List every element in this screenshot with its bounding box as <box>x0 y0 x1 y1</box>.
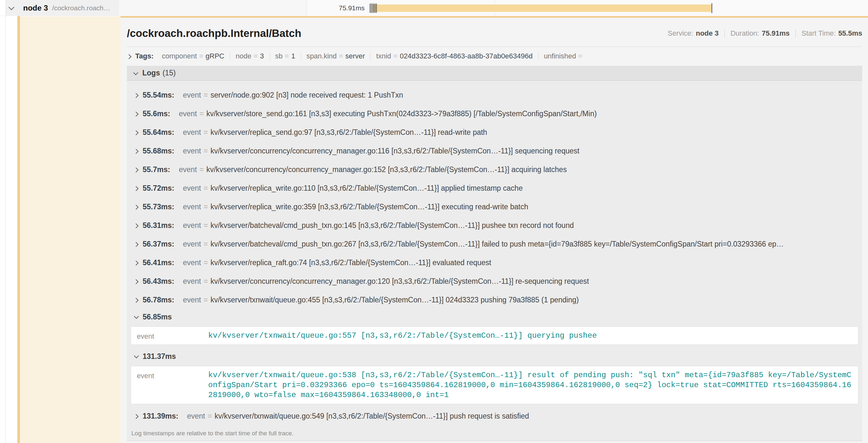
tag-separator <box>301 52 301 60</box>
span-detail-meta: Service:node 3 Duration:75.91ms Start Ti… <box>668 29 862 38</box>
log-marker <box>375 3 375 13</box>
log-field-value: kv/kvserver/store_send.go:161 [n3,s3] ex… <box>206 109 596 118</box>
log-field-key: event <box>183 203 201 211</box>
log-entry-expanded[interactable]: 131.37ms <box>127 349 862 364</box>
log-field-key: event <box>179 165 197 174</box>
tag-key: sb <box>275 52 283 60</box>
equals-sign: = <box>199 109 204 118</box>
log-message: event=kv/kvserver/replica_write.go:110 [… <box>183 184 523 193</box>
log-entry[interactable]: 131.39ms:event=kv/kvserver/txnwait/queue… <box>127 407 862 425</box>
log-entry[interactable]: 55.54ms:event=server/node.go:902 [n3] no… <box>127 86 862 104</box>
tag-separator <box>538 52 538 60</box>
log-message: event=kv/kvserver/txnwait/queue.go:455 [… <box>183 296 579 304</box>
equals-sign: = <box>204 184 208 192</box>
tag-key: span.kind <box>307 52 337 60</box>
log-timestamp: 55.72ms: <box>143 184 174 193</box>
equals-sign: = <box>204 240 208 248</box>
span-name-cell[interactable]: node 3 /cockroach.roach… <box>6 0 119 16</box>
log-timestamp: 56.78ms: <box>143 296 174 304</box>
logs-toggle[interactable]: Logs (15) <box>127 66 862 80</box>
service-value: node 3 <box>696 29 719 38</box>
log-field-value: kv/kvserver/txnwait/queue.go:455 [n3,s3,… <box>210 296 579 304</box>
log-entry[interactable]: 56.37ms:event=kv/kvserver/batcheval/cmd_… <box>127 235 862 253</box>
equals-sign: = <box>208 412 212 420</box>
equals-sign: = <box>204 277 208 285</box>
equals-sign: = <box>204 203 208 211</box>
log-timestamp: 56.31ms: <box>143 221 174 230</box>
tag-item-component: component=gRPC <box>162 52 224 60</box>
chevron-right-icon <box>134 130 138 135</box>
log-entry[interactable]: 55.72ms:event=kv/kvserver/replica_write.… <box>127 179 862 197</box>
span-name-cell-spacer <box>119 0 307 16</box>
log-field-value: kv/kvserver/replica_send.go:97 [n3,s3,r6… <box>210 128 487 136</box>
log-message: event=kv/kvserver/batcheval/cmd_push_txn… <box>183 240 783 248</box>
chevron-right-icon <box>134 261 138 265</box>
equals-sign: = <box>253 52 258 60</box>
log-field-value: server/node.go:902 [n3] node received re… <box>210 91 403 99</box>
log-entry[interactable]: 55.6ms:event=kv/kvserver/store_send.go:1… <box>127 104 862 123</box>
log-entry[interactable]: 55.73ms:event=kv/kvserver/replica_write.… <box>127 197 862 216</box>
tag-value: 1 <box>291 52 295 60</box>
log-timestamp: 55.73ms: <box>143 203 174 211</box>
span-timeline-cell[interactable]: 75.91ms <box>307 0 868 16</box>
log-timestamp: 55.7ms: <box>143 165 170 174</box>
log-marker <box>372 3 373 13</box>
log-timestamp: 55.68ms: <box>143 147 174 156</box>
span-bar[interactable] <box>372 4 712 12</box>
tag-item-txnid: txnid=024d3323-6c8f-4863-aa8b-37ab0e6349… <box>376 52 533 60</box>
logs-footer-note: Log timestamps are relative to the start… <box>127 425 862 441</box>
log-field-value: kv/kvserver/batcheval/cmd_push_txn.go:26… <box>210 240 783 248</box>
logs-count: (15) <box>162 69 176 77</box>
chevron-right-icon <box>134 149 138 154</box>
log-fields-table: eventkv/kvserver/txnwait/queue.go:557 [n… <box>131 327 858 345</box>
log-field-value: kv/kvserver/batcheval/cmd_push_txn.go:14… <box>210 221 574 230</box>
log-field-key: event <box>137 370 208 400</box>
log-entry[interactable]: 56.31ms:event=kv/kvserver/batcheval/cmd_… <box>127 216 862 235</box>
equals-sign: = <box>204 128 208 136</box>
chevron-right-icon <box>134 205 138 209</box>
span-duration-label: 75.91ms <box>302 0 365 16</box>
equals-sign: = <box>204 259 208 267</box>
service-label: Service: <box>668 29 693 38</box>
tag-item-span.kind: span.kind=server <box>307 52 365 60</box>
log-entry[interactable]: 55.7ms:event=kv/kvserver/concurrency/con… <box>127 160 862 179</box>
log-entry-expanded[interactable]: 56.85ms <box>127 310 862 324</box>
chevron-right-icon <box>134 242 138 246</box>
log-entry[interactable]: 56.43ms:event=kv/kvserver/concurrency/co… <box>127 272 862 291</box>
chevron-down-icon[interactable] <box>9 5 14 11</box>
equals-sign: = <box>578 52 582 60</box>
span-row-tint-column <box>20 16 121 443</box>
log-field-key: event <box>179 109 197 118</box>
log-marker-end <box>712 3 712 13</box>
log-field-key: event <box>183 221 201 230</box>
equals-sign: = <box>394 52 398 60</box>
log-field-value: kv/kvserver/replica_write.go:359 [n3,s3,… <box>210 203 528 211</box>
log-entry[interactable]: 56.41ms:event=kv/kvserver/replica_raft.g… <box>127 253 862 272</box>
log-message: event=kv/kvserver/batcheval/cmd_push_txn… <box>183 221 574 230</box>
log-timestamp: 56.43ms: <box>143 277 174 286</box>
chevron-right-icon <box>134 93 138 98</box>
log-message: event=kv/kvserver/concurrency/concurrenc… <box>183 277 589 286</box>
span-bar-row[interactable]: node 3 /cockroach.roach… 75.91ms <box>0 0 868 16</box>
tags-toggle[interactable]: Tags: component=gRPCnode=3sb=1span.kind=… <box>127 50 862 62</box>
log-field-key: event <box>187 412 205 420</box>
log-field-key: event <box>183 277 201 285</box>
log-message: event=server/node.go:902 [n3] node recei… <box>183 91 403 100</box>
span-detail-panel: /cockroach.roachpb.Internal/Batch Servic… <box>121 16 868 443</box>
chevron-right-icon <box>134 112 138 116</box>
tag-key: component <box>162 52 197 60</box>
equals-sign: = <box>199 52 203 60</box>
equals-sign: = <box>204 91 208 99</box>
tag-list: component=gRPCnode=3sb=1span.kind=server… <box>162 52 585 60</box>
log-entry[interactable]: 56.78ms:event=kv/kvserver/txnwait/queue.… <box>127 291 862 309</box>
chevron-right-icon <box>134 414 138 419</box>
log-entry[interactable]: 55.64ms:event=kv/kvserver/replica_send.g… <box>127 123 862 142</box>
log-marker <box>371 3 372 13</box>
log-entry[interactable]: 55.68ms:event=kv/kvserver/concurrency/co… <box>127 142 862 160</box>
tag-key: txnid <box>376 52 391 60</box>
log-field-key: event <box>137 331 208 341</box>
log-field-value: kv/kvserver/txnwait/queue.go:538 [n3,s3,… <box>208 370 852 400</box>
chevron-right-icon <box>134 186 138 191</box>
log-timestamp: 131.37ms <box>143 352 176 361</box>
log-field-value: kv/kvserver/concurrency/concurrency_mana… <box>210 147 579 155</box>
